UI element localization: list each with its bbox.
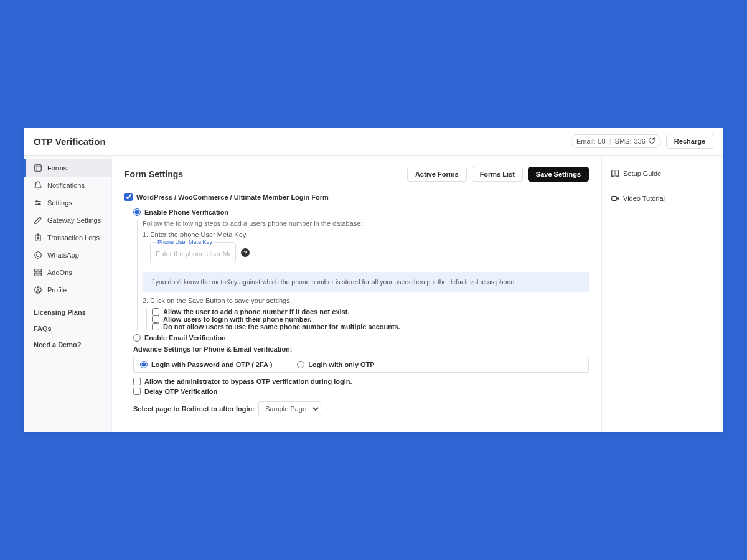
enable-email-radio[interactable]: [133, 334, 141, 342]
forms-icon: [34, 164, 42, 172]
opt-2fa-row: Login with Password and OTP ( 2FA ): [140, 361, 272, 368]
sidebar-item-settings[interactable]: Settings: [24, 194, 111, 212]
active-forms-button[interactable]: Active Forms: [407, 167, 467, 182]
step-1: 1. Enter the phone User Meta Key.: [143, 231, 589, 238]
form-enable-checkbox[interactable]: [125, 193, 133, 201]
enable-phone-label: Enable Phone Verification: [144, 208, 228, 216]
sidebar-item-whatsapp[interactable]: WhatsApp: [24, 246, 111, 264]
rail-video-tutorial[interactable]: Video Tutorial: [611, 194, 713, 203]
whatsapp-icon: [34, 251, 42, 259]
content: Form Settings Active Forms Forms List Sa…: [112, 156, 601, 432]
svg-rect-0: [35, 165, 42, 172]
forms-list-button[interactable]: Forms List: [472, 167, 523, 182]
rail-video-tutorial-label: Video Tutorial: [623, 195, 665, 202]
grid-icon: [34, 268, 42, 277]
quota-separator: |: [609, 138, 611, 145]
allow-add-phone-row: Allow the user to add a phone number if …: [152, 308, 589, 315]
help-icon[interactable]: ?: [241, 248, 250, 257]
rail-setup-guide[interactable]: Setup Guide: [611, 169, 713, 178]
sliders-icon: [34, 198, 42, 207]
quota-sms-value: 336: [634, 138, 646, 145]
clipboard-icon: [34, 233, 42, 242]
quota-email-label: Email:: [576, 138, 596, 145]
svg-rect-15: [35, 273, 37, 276]
allow-add-phone-checkbox[interactable]: [152, 308, 159, 315]
opt-only-otp-row: Login with only OTP: [297, 361, 374, 368]
sidebar-item-forms[interactable]: Forms: [24, 159, 111, 177]
sidebar-item-profile[interactable]: Profile: [24, 281, 111, 299]
phone-options-subtree: Allow the user to add a phone number if …: [146, 308, 589, 330]
admin-bypass-checkbox[interactable]: [133, 378, 141, 385]
rail-setup-guide-label: Setup Guide: [623, 170, 661, 177]
enable-phone-radio[interactable]: [133, 208, 141, 216]
svg-rect-13: [39, 269, 41, 272]
sidebar-item-gateway-settings[interactable]: Gateway Settings: [24, 212, 111, 229]
sidebar-item-label: AddOns: [47, 269, 72, 276]
user-icon: [34, 286, 42, 294]
allow-login-phone-label: Allow users to login with their phone nu…: [163, 315, 311, 323]
svg-point-17: [37, 288, 39, 291]
meta-key-field: Phone User Meta Key: [150, 242, 236, 263]
phone-subtree: Follow the following steps to add a user…: [137, 220, 589, 330]
sidebar-item-transaction-logs[interactable]: Transaction Logs: [24, 229, 111, 246]
sidebar-item-label: Profile: [47, 286, 67, 294]
sidebar-link-faqs[interactable]: FAQs: [24, 320, 111, 337]
right-rail: Setup Guide Video Tutorial: [601, 156, 723, 432]
admin-bypass-label: Allow the administrator to bypass OTP ve…: [144, 378, 352, 385]
redirect-label: Select page to Redirect to after login:: [133, 405, 255, 413]
allow-login-phone-checkbox[interactable]: [152, 315, 159, 323]
redirect-select[interactable]: Sample Page: [258, 401, 321, 416]
svg-point-5: [36, 201, 37, 202]
allow-login-phone-row: Allow users to login with their phone nu…: [152, 315, 589, 323]
delay-otp-label: Delay OTP Verification: [144, 388, 217, 395]
step-2: 2. Click on the Save Button to save your…: [143, 297, 589, 304]
meta-key-input[interactable]: [156, 250, 230, 258]
opt-2fa-radio[interactable]: [140, 361, 148, 368]
content-title: Form Settings: [125, 169, 183, 179]
admin-bypass-row: Allow the administrator to bypass OTP ve…: [133, 378, 589, 385]
book-icon: [611, 169, 619, 178]
sidebar-item-label: Settings: [47, 199, 72, 207]
sidebar-divider: [24, 302, 111, 303]
disallow-same-phone-row: Do not allow users to use the same phone…: [152, 323, 589, 330]
sidebar-item-label: Gateway Settings: [47, 217, 101, 224]
sidebar: Forms Notifications Settings Gateway Set…: [24, 156, 112, 432]
sidebar-link-licensing-plans[interactable]: Licensing Plans: [24, 304, 111, 320]
content-header: Form Settings Active Forms Forms List Sa…: [125, 167, 589, 182]
advanced-settings-title: Advance Settings for Phone & Email verif…: [133, 345, 589, 353]
app-title: OTP Verification: [34, 136, 106, 147]
quota-email-value: 58: [598, 138, 605, 145]
sidebar-link-need-demo[interactable]: Need a Demo?: [24, 337, 111, 353]
video-icon: [611, 194, 619, 203]
form-enable-row: WordPress / WooCommerce / Ultimate Membe…: [125, 193, 589, 201]
delay-otp-row: Delay OTP Verification: [133, 388, 589, 395]
content-header-buttons: Active Forms Forms List Save Settings: [407, 167, 589, 182]
form-tree: Enable Phone Verification Follow the fol…: [128, 208, 589, 416]
disallow-same-phone-label: Do not allow users to use the same phone…: [163, 323, 400, 330]
svg-point-6: [39, 203, 40, 205]
app-body: Forms Notifications Settings Gateway Set…: [24, 156, 723, 432]
header-right: Email:58 | SMS: 336 Recharge: [571, 134, 713, 149]
meta-key-float-label: Phone User Meta Key: [156, 239, 214, 245]
refresh-icon[interactable]: [648, 137, 655, 146]
sidebar-item-notifications[interactable]: Notifications: [24, 177, 111, 194]
info-banner: If you don't know the metaKey against wh…: [143, 272, 589, 292]
save-settings-button[interactable]: Save Settings: [528, 167, 589, 182]
sidebar-item-label: Forms: [47, 164, 67, 172]
delay-otp-checkbox[interactable]: [133, 388, 141, 395]
phone-steps-intro: Follow the following steps to add a user…: [143, 220, 589, 227]
app-header: OTP Verification Email:58 | SMS: 336 Rec…: [24, 128, 723, 156]
meta-key-input-group: Phone User Meta Key ?: [150, 242, 250, 263]
svg-rect-12: [35, 269, 37, 272]
form-name: WordPress / WooCommerce / Ultimate Membe…: [136, 194, 329, 201]
opt-only-otp-radio[interactable]: [297, 361, 304, 368]
recharge-button[interactable]: Recharge: [666, 134, 713, 149]
allow-add-phone-label: Allow the user to add a phone number if …: [163, 308, 349, 315]
sidebar-item-addons[interactable]: AddOns: [24, 264, 111, 281]
disallow-same-phone-checkbox[interactable]: [152, 323, 159, 330]
svg-rect-14: [39, 273, 41, 276]
svg-point-11: [35, 252, 42, 259]
after-advanced: Allow the administrator to bypass OTP ve…: [133, 378, 589, 395]
pen-icon: [34, 216, 42, 225]
quota-sms-label: SMS:: [615, 138, 632, 145]
